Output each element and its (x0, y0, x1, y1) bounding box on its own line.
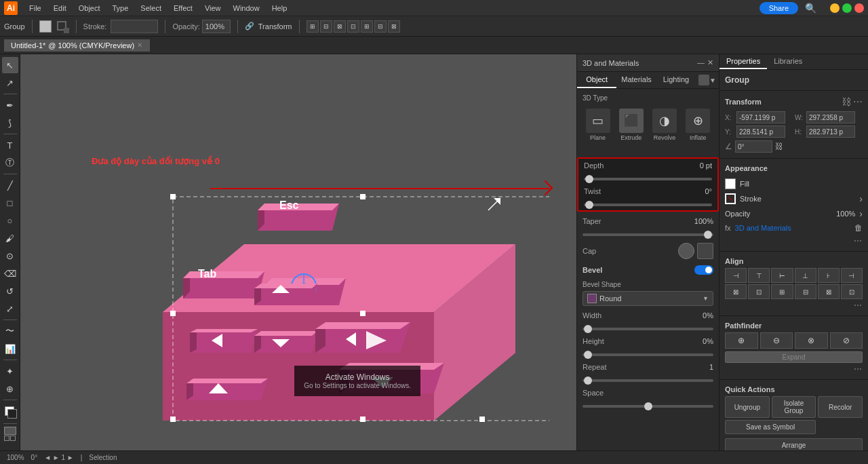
align-icon-3[interactable]: ⊠ (334, 20, 346, 33)
pf-more-dots[interactable]: ⋯ (854, 364, 863, 374)
align-more-dots[interactable]: ⋯ (854, 301, 863, 310)
twist-value[interactable]: 0° (705, 187, 712, 195)
recolor-button[interactable]: Recolor (818, 396, 863, 418)
tab-object[interactable]: Object (577, 72, 616, 88)
save-as-symbol-button[interactable]: Save as Symbol (725, 420, 816, 434)
height-slider-thumb[interactable] (584, 351, 592, 359)
prop-tab-properties[interactable]: Properties (719, 54, 767, 69)
minimize-button[interactable] (830, 3, 840, 13)
repeat-slider-track[interactable] (583, 379, 713, 382)
renderer-dropdown[interactable]: ▼ (696, 72, 719, 88)
none-box[interactable] (10, 436, 16, 441)
align-btn-4[interactable]: ⊥ (795, 268, 816, 283)
fill-color-box[interactable] (39, 20, 52, 33)
menu-window[interactable]: Window (229, 3, 264, 14)
menu-edit[interactable]: Edit (49, 3, 71, 14)
menu-effect[interactable]: Effect (169, 3, 197, 14)
zoom-tool[interactable]: ⊕ (2, 381, 18, 397)
depth-slider-thumb[interactable] (585, 175, 593, 183)
cap-btn-round[interactable] (678, 243, 694, 259)
touch-type-tool[interactable]: Ⓣ (2, 155, 18, 171)
depth-slider-track[interactable] (584, 178, 712, 180)
gradient-box[interactable] (4, 436, 9, 441)
fx-delete-icon[interactable]: 🗑 (854, 223, 863, 233)
panel-3d-close[interactable]: ✕ (707, 58, 713, 67)
menu-help[interactable]: Help (267, 3, 292, 14)
type-icon-revolve[interactable]: ◑ Revolve (650, 106, 680, 144)
x-input[interactable]: -597.1199 p (736, 111, 785, 123)
stroke-input[interactable] (111, 20, 158, 33)
bevel-section-header[interactable]: Bevel (577, 262, 719, 278)
align-icon-2[interactable]: ⊟ (320, 20, 332, 33)
stroke-more-icon[interactable]: › (859, 193, 863, 204)
eraser-tool[interactable]: ⌫ (2, 265, 18, 282)
align-icon-1[interactable]: ⊞ (307, 20, 319, 33)
type-icon-plane[interactable]: ▭ Plane (583, 106, 613, 144)
align-btn-2[interactable]: ⊤ (748, 268, 770, 283)
transform-icon-link[interactable]: ⛓ (842, 96, 851, 107)
ellipse-tool[interactable]: ○ (2, 212, 18, 229)
bevel-shape-dropdown[interactable]: Round ▼ (583, 291, 713, 306)
align-icon-7[interactable]: ⊠ (388, 20, 400, 33)
expand-button[interactable]: Expand (725, 351, 863, 363)
twist-slider-track[interactable] (584, 204, 712, 206)
line-tool[interactable]: ╱ (2, 177, 18, 193)
cap-btn-flat[interactable] (697, 243, 713, 259)
scale-tool[interactable]: ⤢ (2, 301, 18, 317)
w-input[interactable]: 297.2358 p (806, 111, 855, 123)
menu-view[interactable]: View (200, 3, 226, 14)
eyedropper-tool[interactable]: ✦ (2, 363, 18, 379)
repeat-input[interactable] (693, 363, 713, 371)
width-slider-track[interactable] (583, 328, 713, 330)
opacity-more-icon[interactable]: › (859, 208, 863, 219)
pf-minus-front[interactable]: ⊖ (760, 332, 793, 349)
curvature-tool[interactable]: ⟆ (2, 115, 18, 131)
h-input[interactable]: 282.9713 p (806, 125, 855, 138)
type-icon-extrude[interactable]: ⬛ Extrude (616, 106, 646, 144)
selection-tool[interactable]: ↖ (2, 57, 18, 73)
tab-lighting[interactable]: Lighting (656, 72, 696, 88)
pf-unite[interactable]: ⊕ (725, 332, 758, 349)
align-btn-12[interactable]: ⊡ (841, 284, 863, 299)
taper-value[interactable]: 100% (694, 217, 713, 225)
width-slider-thumb[interactable] (584, 325, 592, 333)
warp-tool[interactable]: 〜 (2, 323, 18, 339)
align-icon-4[interactable]: ⊡ (347, 20, 359, 33)
link-proportional-icon[interactable]: ⛓ (775, 142, 783, 151)
twist-slider-thumb[interactable] (585, 201, 593, 209)
menu-file[interactable]: File (24, 3, 46, 14)
bevel-toggle[interactable] (694, 265, 713, 275)
graph-tool[interactable]: 📊 (2, 341, 18, 357)
bevel-height-input[interactable] (686, 337, 713, 345)
maximize-button[interactable] (842, 3, 852, 13)
share-button[interactable]: Share (760, 2, 798, 14)
taper-slider-thumb[interactable] (704, 231, 712, 239)
fill-stroke-colors[interactable] (3, 404, 18, 419)
align-btn-11[interactable]: ⊠ (818, 284, 840, 299)
height-slider-track[interactable] (583, 353, 713, 356)
prop-tab-libraries[interactable]: Libraries (767, 54, 809, 69)
align-btn-1[interactable]: ⊣ (725, 268, 747, 283)
transform-more-icon[interactable]: ⋯ (853, 96, 863, 107)
align-btn-7[interactable]: ⊠ (725, 284, 747, 299)
menu-type[interactable]: Type (108, 3, 134, 14)
menu-object[interactable]: Object (74, 3, 105, 14)
angle-input[interactable]: 0° (735, 140, 772, 153)
align-btn-6[interactable]: ⊣ (841, 268, 863, 283)
fx-3d-materials[interactable]: 3D and Materials (735, 224, 791, 232)
appearance-more-dots[interactable]: ⋯ (854, 236, 863, 246)
close-button[interactable] (854, 3, 864, 13)
align-icon-6[interactable]: ⊟ (374, 20, 387, 33)
depth-value[interactable]: 0 pt (700, 161, 712, 170)
doc-tab-active[interactable]: Untitled-1* @ 100% (CMYK/Preview) ✕ (4, 39, 150, 52)
opacity-appearance-value[interactable]: 100% (836, 210, 855, 218)
fill-box[interactable] (4, 427, 16, 435)
align-btn-10[interactable]: ⊟ (795, 284, 816, 299)
space-slider-track[interactable] (583, 405, 713, 408)
repeat-slider-thumb[interactable] (584, 376, 592, 385)
isolate-button[interactable]: Isolate Group (772, 396, 816, 418)
menu-select[interactable]: Select (136, 3, 166, 14)
align-btn-9[interactable]: ⊞ (771, 284, 793, 299)
align-btn-5[interactable]: ⊦ (818, 268, 840, 283)
zoom-level[interactable]: 100% (7, 454, 24, 461)
